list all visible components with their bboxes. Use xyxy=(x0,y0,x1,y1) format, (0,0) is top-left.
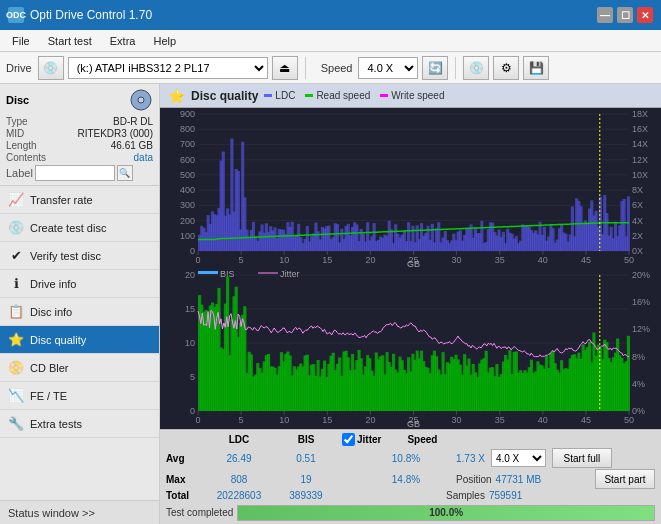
stats-bis-header: BIS xyxy=(276,434,336,445)
sidebar-item-disc-quality[interactable]: ⭐ Disc quality xyxy=(0,326,159,354)
disc-icon xyxy=(129,88,153,112)
sidebar-item-label-verify: Verify test disc xyxy=(30,250,101,262)
title-bar: ODC Opti Drive Control 1.70 — ☐ ✕ xyxy=(0,0,661,30)
stats-ldc-header: LDC xyxy=(204,434,274,445)
sidebar-item-label-cd-bler: CD Bler xyxy=(30,362,69,374)
sidebar-item-label-disc-info: Disc info xyxy=(30,306,72,318)
jitter-header-label: Jitter xyxy=(357,434,381,445)
cd-bler-icon: 📀 xyxy=(8,360,24,375)
avg-jitter: 10.8% xyxy=(366,453,446,464)
position-value: 47731 MB xyxy=(496,474,542,485)
save-button[interactable]: 💾 xyxy=(523,56,549,80)
status-text: Test completed xyxy=(166,507,233,518)
disc-type-row: Type BD-R DL xyxy=(6,116,153,127)
maximize-button[interactable]: ☐ xyxy=(617,7,633,23)
menu-help[interactable]: Help xyxy=(145,33,184,49)
title-bar-left: ODC Opti Drive Control 1.70 xyxy=(8,7,152,23)
status-window-button[interactable]: Status window >> xyxy=(0,500,159,524)
drive-select[interactable]: (k:) ATAPI iHBS312 2 PL17 xyxy=(68,57,268,79)
read-legend-dot xyxy=(305,94,313,97)
chart-header: ⭐ Disc quality LDC Read speed Write spee… xyxy=(160,84,661,108)
toolbar-separator2 xyxy=(455,57,456,79)
speed-label: Speed xyxy=(321,62,353,74)
sidebar-item-verify-test-disc[interactable]: ✔ Verify test disc xyxy=(0,242,159,270)
sidebar-item-create-test-disc[interactable]: 💿 Create test disc xyxy=(0,214,159,242)
menu-extra[interactable]: Extra xyxy=(102,33,144,49)
disc-label-label: Label xyxy=(6,167,33,179)
disc-type-value: BD-R DL xyxy=(113,116,153,127)
avg-bis: 0.51 xyxy=(276,453,336,464)
chart-title: Disc quality xyxy=(191,89,258,103)
start-part-button[interactable]: Start part xyxy=(595,469,655,489)
stats-avg-row: Avg 26.49 0.51 10.8% 1.73 X 4.0 X Start … xyxy=(166,448,655,468)
sidebar-item-extra-tests[interactable]: 🔧 Extra tests xyxy=(0,410,159,438)
settings-button[interactable]: ⚙ xyxy=(493,56,519,80)
eject-button[interactable]: ⏏ xyxy=(272,56,298,80)
legend-ldc: LDC xyxy=(264,90,295,101)
sidebar-item-cd-bler[interactable]: 📀 CD Bler xyxy=(0,354,159,382)
title-bar-buttons: — ☐ ✕ xyxy=(597,7,653,23)
sidebar-item-disc-info[interactable]: 📋 Disc info xyxy=(0,298,159,326)
disc-label-btn[interactable]: 🔍 xyxy=(117,165,133,181)
position-label: Position xyxy=(456,474,492,485)
verify-test-disc-icon: ✔ xyxy=(8,248,24,263)
write-legend-label: Write speed xyxy=(391,90,444,101)
jitter-checkbox[interactable] xyxy=(342,433,355,446)
disc-length-value: 46.61 GB xyxy=(111,140,153,151)
drive-info-icon: ℹ xyxy=(8,276,24,291)
menu-bar: File Start test Extra Help xyxy=(0,30,661,52)
ldc-legend-label: LDC xyxy=(275,90,295,101)
progress-bar-text: 100.0% xyxy=(238,507,654,518)
toolbar: Drive 💿 (k:) ATAPI iHBS312 2 PL17 ⏏ Spee… xyxy=(0,52,661,84)
menu-start-test[interactable]: Start test xyxy=(40,33,100,49)
disc-label-input[interactable] xyxy=(35,165,115,181)
max-bis: 19 xyxy=(276,474,336,485)
progress-bar-container: 100.0% xyxy=(237,505,655,521)
sidebar-item-transfer-rate[interactable]: 📈 Transfer rate xyxy=(0,186,159,214)
disc-info-icon: 📋 xyxy=(8,304,24,319)
refresh-button[interactable]: 🔄 xyxy=(422,56,448,80)
svg-point-1 xyxy=(138,97,144,103)
ldc-legend-dot xyxy=(264,94,272,97)
bottom-chart xyxy=(160,269,661,429)
sidebar-item-fe-te[interactable]: 📉 FE / TE xyxy=(0,382,159,410)
stats-panel: LDC BIS Jitter Speed Avg 26.49 0.51 10.8… xyxy=(160,429,661,524)
transfer-rate-icon: 📈 xyxy=(8,192,24,207)
legend-write: Write speed xyxy=(380,90,444,101)
stats-header-row: LDC BIS Jitter Speed xyxy=(166,433,655,446)
sidebar-item-label-transfer-rate: Transfer rate xyxy=(30,194,93,206)
minimize-button[interactable]: — xyxy=(597,7,613,23)
status-window-label: Status window >> xyxy=(8,507,95,519)
top-chart xyxy=(160,108,661,269)
disc-button[interactable]: 💿 xyxy=(463,56,489,80)
avg-label: Avg xyxy=(166,453,202,464)
chart-legend: LDC Read speed Write speed xyxy=(264,90,444,101)
content-area: ⭐ Disc quality LDC Read speed Write spee… xyxy=(160,84,661,524)
disc-panel-header: Disc xyxy=(6,88,153,112)
stats-speed-select[interactable]: 4.0 X xyxy=(491,449,546,467)
max-jitter: 14.8% xyxy=(366,474,446,485)
avg-ldc: 26.49 xyxy=(204,453,274,464)
speed-header: Speed xyxy=(387,434,457,445)
app-icon: ODC xyxy=(8,7,24,23)
start-full-button[interactable]: Start full xyxy=(552,448,612,468)
sidebar: Disc Type BD-R DL MID RITEKDR3 (000) Len… xyxy=(0,84,160,524)
drive-icon-btn[interactable]: 💿 xyxy=(38,56,64,80)
sidebar-item-label-disc-quality: Disc quality xyxy=(30,334,86,346)
disc-contents-label: Contents xyxy=(6,152,46,163)
close-button[interactable]: ✕ xyxy=(637,7,653,23)
disc-quality-icon: ⭐ xyxy=(8,332,24,347)
menu-file[interactable]: File xyxy=(4,33,38,49)
speed-value: 1.73 X xyxy=(456,453,485,464)
speed-select[interactable]: 4.0 X xyxy=(358,57,418,79)
disc-panel-title: Disc xyxy=(6,94,29,106)
app-title: Opti Drive Control 1.70 xyxy=(30,8,152,22)
create-test-disc-icon: 💿 xyxy=(8,220,24,235)
fe-te-icon: 📉 xyxy=(8,388,24,403)
main-layout: Disc Type BD-R DL MID RITEKDR3 (000) Len… xyxy=(0,84,661,524)
sidebar-item-drive-info[interactable]: ℹ Drive info xyxy=(0,270,159,298)
total-bis: 389339 xyxy=(276,490,336,501)
total-ldc: 20228603 xyxy=(204,490,274,501)
disc-label-field: Label 🔍 xyxy=(6,165,153,181)
read-legend-label: Read speed xyxy=(316,90,370,101)
